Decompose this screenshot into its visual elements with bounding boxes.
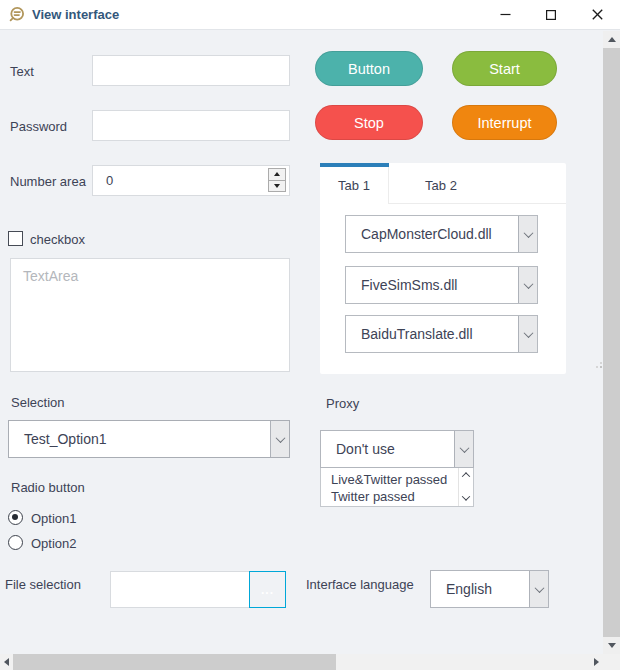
file-path-input[interactable] [110, 571, 250, 608]
dll-dropdown-3-value: BaiduTranslate.dll [346, 316, 518, 352]
text-input[interactable] [92, 55, 290, 86]
scroll-right-arrow[interactable] [590, 654, 603, 670]
dll-dropdown-1[interactable]: CapMonsterCloud.dll [345, 215, 538, 253]
start-button[interactable]: Start [452, 51, 557, 86]
horizontal-scroll-thumb[interactable] [13, 654, 336, 670]
chevron-down-icon [518, 216, 537, 252]
proxy-list-scrollbar[interactable] [458, 468, 473, 506]
dll-dropdown-2-value: FiveSimSms.dll [346, 267, 518, 303]
proxy-dropdown-value: Don't use [321, 431, 454, 467]
scroll-down-arrow[interactable] [603, 637, 620, 654]
scroll-up-arrow[interactable] [603, 31, 620, 48]
radio-option1[interactable] [8, 510, 23, 525]
chevron-down-icon [529, 571, 548, 607]
checkbox-input[interactable] [8, 231, 23, 246]
file-selection-label: File selection [5, 577, 81, 592]
tab-2[interactable]: Tab 2 [389, 167, 493, 204]
interrupt-button[interactable]: Interrupt [452, 105, 557, 140]
spin-up-icon[interactable] [269, 169, 285, 180]
horizontal-scrollbar[interactable] [0, 654, 603, 670]
minimize-button[interactable] [482, 0, 528, 29]
chevron-down-icon [270, 421, 289, 457]
tab-strip: Tab 1 Tab 2 [320, 167, 566, 204]
scroll-left-arrow[interactable] [0, 654, 13, 670]
proxy-list-items: Live&Twitter passed Twitter passed [321, 468, 458, 506]
window-title: View interface [32, 7, 119, 22]
spinner-buttons[interactable] [268, 168, 286, 192]
radio-group-label: Radio button [11, 480, 85, 495]
view-interface-window: View interface Text Password Number area… [0, 0, 620, 670]
proxy-list[interactable]: Live&Twitter passed Twitter passed [320, 468, 474, 507]
scrollbar-corner [603, 654, 620, 670]
dll-dropdown-2[interactable]: FiveSimSms.dll [345, 266, 538, 304]
interface-language-label: Interface language [306, 577, 414, 592]
chevron-down-icon [518, 316, 537, 352]
selection-label: Selection [11, 395, 64, 410]
number-spinner[interactable]: 0 [92, 165, 290, 196]
title-bar: View interface [0, 0, 620, 30]
proxy-label: Proxy [326, 396, 359, 411]
language-dropdown[interactable]: English [430, 570, 549, 608]
scroll-down-icon[interactable] [462, 492, 470, 500]
tab-1[interactable]: Tab 1 [320, 167, 389, 204]
proxy-list-item[interactable]: Twitter passed [331, 488, 458, 505]
selection-dropdown[interactable]: Test_Option1 [8, 420, 290, 458]
scroll-up-icon[interactable] [462, 472, 470, 480]
vertical-scroll-thumb[interactable] [603, 48, 620, 637]
number-area-label: Number area [10, 174, 86, 189]
tab-card: Tab 1 Tab 2 CapMonsterCloud.dll FiveSimS… [320, 163, 566, 374]
browse-file-button[interactable]: ... [249, 571, 286, 608]
proxy-dropdown[interactable]: Don't use [320, 430, 474, 468]
radio-option2[interactable] [8, 535, 23, 550]
tab-strip-filler [493, 167, 566, 204]
language-dropdown-value: English [431, 571, 529, 607]
maximize-button[interactable] [528, 0, 574, 29]
textarea-input[interactable] [10, 258, 290, 372]
app-logo-icon [8, 6, 25, 23]
close-button[interactable] [574, 0, 620, 29]
selection-value: Test_Option1 [9, 421, 270, 457]
radio-option1-label: Option1 [31, 511, 77, 526]
chevron-down-icon [454, 431, 473, 467]
dll-dropdown-3[interactable]: BaiduTranslate.dll [345, 315, 538, 353]
stop-button[interactable]: Stop [315, 105, 423, 140]
checkbox-label: checkbox [30, 232, 85, 247]
dll-dropdown-1-value: CapMonsterCloud.dll [346, 216, 518, 252]
window-controls [482, 0, 620, 29]
number-value[interactable]: 0 [92, 165, 290, 196]
spin-down-icon[interactable] [269, 180, 285, 192]
password-label: Password [10, 119, 67, 134]
radio-option2-label: Option2 [31, 536, 77, 551]
vertical-scrollbar[interactable] [603, 31, 620, 654]
button-action[interactable]: Button [315, 51, 423, 86]
chevron-down-icon [518, 267, 537, 303]
proxy-list-item[interactable]: Live&Twitter passed [331, 471, 458, 488]
text-label: Text [10, 64, 34, 79]
password-input[interactable] [92, 110, 290, 141]
